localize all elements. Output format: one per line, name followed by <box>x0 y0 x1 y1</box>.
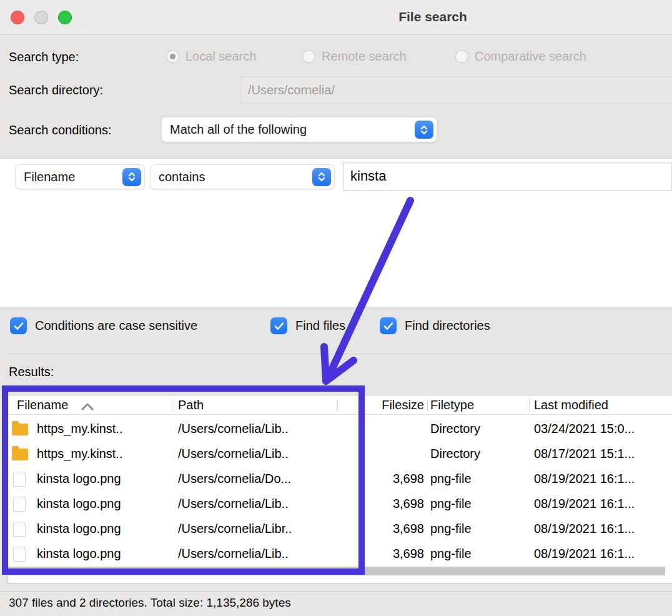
checkbox-find-files[interactable]: Find files <box>270 317 345 334</box>
radio-icon <box>302 50 315 63</box>
column-divider[interactable] <box>427 399 428 412</box>
column-header-filetype[interactable]: Filetype <box>430 398 474 412</box>
column-divider[interactable] <box>337 399 338 412</box>
column-header-last-modified[interactable]: Last modified <box>534 398 608 412</box>
results-table: Filename Path Filesize Filetype Last mod… <box>7 395 672 584</box>
column-header-filename[interactable]: Filename <box>17 398 68 412</box>
cell-path: /Users/cornelia/Do... <box>178 472 337 486</box>
cell-path: /Users/cornelia/Lib.. <box>178 447 337 461</box>
file-icon <box>12 472 29 487</box>
file-icon <box>12 522 29 537</box>
checkbox-label: Find files <box>295 319 345 333</box>
cell-filetype: png-file <box>430 522 530 536</box>
checkbox-find-directories[interactable]: Find directories <box>380 317 490 334</box>
file-search-window: File search Search type: Local search Re… <box>0 0 672 616</box>
radio-icon <box>455 50 468 63</box>
condition-value-input[interactable] <box>343 162 672 191</box>
table-row[interactable]: https_my.kinst.. /Users/cornelia/Lib.. D… <box>8 442 672 467</box>
table-row[interactable]: kinsta logo.png /Users/cornelia/Lib.. 3,… <box>8 492 672 517</box>
title-bar: File search <box>0 0 672 35</box>
cell-filename: kinsta logo.png <box>37 522 169 536</box>
folder-icon <box>12 422 29 437</box>
table-row[interactable]: kinsta logo.png /Users/cornelia/Libr.. 3… <box>8 517 672 542</box>
cell-filetype: Directory <box>430 422 530 436</box>
cell-filename: kinsta logo.png <box>37 497 169 511</box>
file-icon <box>12 497 29 512</box>
match-mode-value: Match all of the following <box>170 122 307 137</box>
window-title: File search <box>398 9 467 24</box>
search-directory-label: Search directory: <box>9 83 103 97</box>
radio-comparative-search[interactable]: Comparative search <box>455 49 586 64</box>
cell-last-modified: 08/19/2021 16:1... <box>534 472 671 486</box>
table-row[interactable]: kinsta logo.png /Users/cornelia/Do... 3,… <box>8 467 672 492</box>
cell-path: /Users/cornelia/Lib.. <box>178 422 337 436</box>
cell-filesize: 3,698 <box>349 497 424 511</box>
cell-last-modified: 08/19/2021 16:1... <box>534 497 671 511</box>
radio-icon <box>166 50 179 63</box>
radio-label: Remote search <box>322 49 407 64</box>
cell-last-modified: 08/19/2021 16:1... <box>534 522 671 536</box>
cell-filename: kinsta logo.png <box>37 547 169 561</box>
checkbox-label: Find directories <box>405 319 490 333</box>
folder-icon <box>12 447 29 462</box>
cell-filename: kinsta logo.png <box>37 472 169 486</box>
file-icon <box>12 547 29 562</box>
cell-filetype: png-file <box>430 547 530 561</box>
column-header-path[interactable]: Path <box>178 398 204 412</box>
cell-path: /Users/cornelia/Lib.. <box>178 497 337 511</box>
column-divider[interactable] <box>172 399 172 412</box>
chevron-up-down-icon <box>122 168 141 186</box>
radio-local-search[interactable]: Local search <box>166 49 256 64</box>
table-row[interactable]: https_my.kinst.. /Users/cornelia/Lib.. D… <box>8 417 672 442</box>
condition-field-select[interactable]: Filename <box>15 164 145 189</box>
cell-filetype: png-file <box>430 472 530 486</box>
column-header-filesize[interactable]: Filesize <box>349 398 424 412</box>
condition-operator-value: contains <box>159 170 205 184</box>
cell-last-modified: 03/24/2021 15:0... <box>534 422 671 436</box>
cell-filesize: 3,698 <box>349 522 424 536</box>
status-bar: 307 files and 2 directories. Total size:… <box>0 592 672 616</box>
search-type-label: Search type: <box>9 50 79 64</box>
cell-filetype: Directory <box>430 447 530 461</box>
sort-ascending-icon <box>81 402 94 413</box>
radio-label: Comparative search <box>475 49 586 64</box>
checkbox-label: Conditions are case sensitive <box>35 319 197 333</box>
table-header: Filename Path Filesize Filetype Last mod… <box>8 395 672 415</box>
cell-filename: https_my.kinst.. <box>37 422 169 436</box>
cell-last-modified: 08/17/2021 15:1... <box>534 447 671 461</box>
status-text: 307 files and 2 directories. Total size:… <box>9 596 291 610</box>
minimize-window-icon[interactable] <box>34 11 48 24</box>
checkmark-icon <box>380 317 397 334</box>
cell-filename: https_my.kinst.. <box>37 447 169 461</box>
column-divider[interactable] <box>529 399 530 412</box>
condition-field-value: Filename <box>24 170 75 184</box>
radio-label: Local search <box>185 49 256 64</box>
checkbox-case-sensitive[interactable]: Conditions are case sensitive <box>10 317 197 334</box>
chevron-up-down-icon <box>415 121 433 139</box>
match-mode-select[interactable]: Match all of the following <box>161 117 437 142</box>
chevron-up-down-icon <box>312 168 331 186</box>
checkmark-icon <box>270 317 287 334</box>
cell-filesize: 3,698 <box>349 472 424 486</box>
horizontal-scrollbar[interactable] <box>8 567 665 575</box>
cell-filetype: png-file <box>430 497 530 511</box>
section-divider <box>9 354 672 354</box>
cell-filesize: 3,698 <box>349 547 424 561</box>
checkmark-icon <box>10 317 27 334</box>
results-label: Results: <box>9 365 54 379</box>
close-window-icon[interactable] <box>11 11 24 24</box>
condition-operator-select[interactable]: contains <box>150 164 335 189</box>
search-directory-input[interactable] <box>240 77 672 103</box>
table-row[interactable]: kinsta logo.png /Users/cornelia/Lib.. 3,… <box>8 542 672 567</box>
cell-last-modified: 08/19/2021 16:1... <box>534 547 671 561</box>
cell-path: /Users/cornelia/Libr.. <box>178 522 337 536</box>
search-conditions-label: Search conditions: <box>9 123 112 137</box>
radio-remote-search[interactable]: Remote search <box>302 49 407 64</box>
cell-path: /Users/cornelia/Lib.. <box>178 547 337 561</box>
zoom-window-icon[interactable] <box>58 11 72 24</box>
